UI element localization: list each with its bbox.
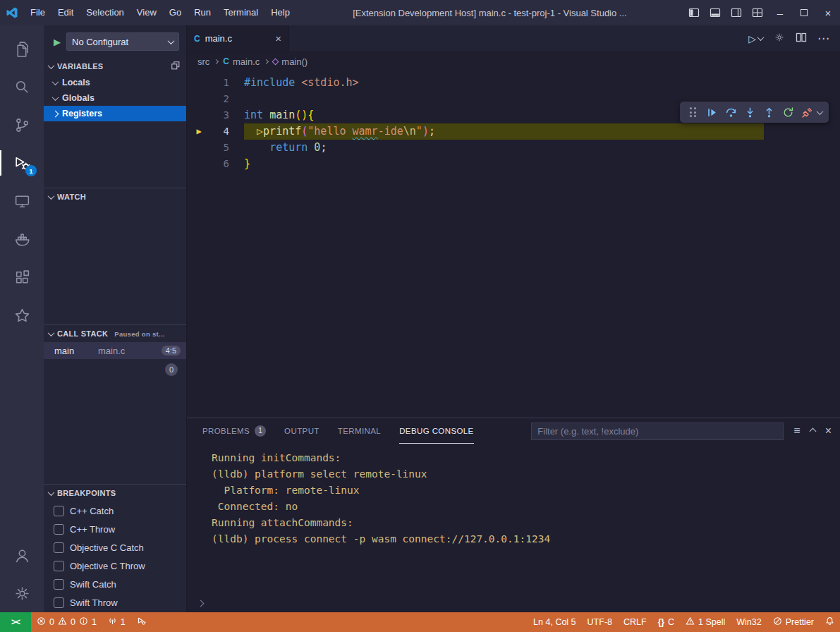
glyph-margin[interactable] (187, 140, 211, 156)
menu-view[interactable]: View (130, 0, 163, 25)
editor-pane[interactable]: 1#include <stdio.h>23int main(){▶4 ▷prin… (187, 71, 840, 418)
star-icon[interactable] (0, 296, 44, 334)
panel-tab-output[interactable]: OUTPUT (284, 418, 319, 444)
run-file-button[interactable]: ▷ (748, 33, 763, 44)
menu-run[interactable]: Run (188, 0, 217, 25)
breakpoint-item-swift-catch[interactable]: Swift Catch (44, 575, 186, 593)
breakpoint-item-swift-throw[interactable]: Swift Throw (44, 593, 186, 612)
variables-section-header[interactable]: VARIABLES (44, 58, 186, 75)
docker-icon[interactable] (0, 220, 44, 258)
breakpoint-item-c-throw[interactable]: C++ Throw (44, 520, 186, 538)
checkbox-unchecked[interactable] (54, 506, 64, 516)
close-button[interactable]: × (816, 0, 840, 25)
toolbar-drag-handle[interactable] (683, 102, 702, 123)
line-number[interactable]: 6 (211, 156, 229, 172)
extensions-icon[interactable] (0, 258, 44, 296)
menu-file[interactable]: File (24, 0, 51, 25)
step-over-icon[interactable] (722, 102, 741, 123)
panel-tab-terminal[interactable]: TERMINAL (338, 418, 381, 444)
console-filter-input[interactable] (531, 423, 784, 440)
glyph-margin[interactable] (187, 156, 211, 172)
notifications-bell[interactable] (820, 612, 840, 632)
ports-status[interactable]: 1 (102, 612, 131, 632)
cursor-position[interactable]: Ln 4, Col 5 (528, 612, 581, 632)
split-editor-icon[interactable] (796, 32, 807, 46)
variables-item-globals[interactable]: Globals (44, 90, 186, 106)
breadcrumb-item-main[interactable]: main() (273, 56, 308, 67)
checkbox-unchecked[interactable] (54, 579, 64, 590)
glyph-margin[interactable] (187, 91, 211, 107)
line-number[interactable]: 1 (211, 75, 229, 91)
toggle-secondary-sidebar-icon[interactable] (726, 0, 747, 25)
console-input[interactable] (187, 594, 840, 612)
breadcrumb-item-src[interactable]: src (197, 56, 209, 67)
menu-go[interactable]: Go (163, 0, 188, 25)
language-mode[interactable]: {} C (652, 612, 680, 632)
collapse-all-icon[interactable] (171, 61, 181, 72)
breadcrumb-item-main-c[interactable]: Cmain.c (223, 56, 260, 67)
maximize-panel-icon[interactable] (809, 427, 816, 435)
menu-edit[interactable]: Edit (51, 0, 80, 25)
step-into-icon[interactable] (741, 102, 760, 123)
explorer-icon[interactable] (0, 30, 44, 68)
code-line-1[interactable]: 1#include <stdio.h> (187, 75, 840, 91)
debug-status[interactable] (131, 612, 152, 632)
checkbox-unchecked[interactable] (54, 542, 64, 553)
platform-status[interactable]: Win32 (731, 612, 767, 632)
tab-main-c[interactable]: Cmain.c× (187, 25, 289, 51)
variables-item-registers[interactable]: Registers (44, 106, 186, 121)
debug-current-line-arrow-icon[interactable]: ▶ (187, 123, 211, 140)
breakpoint-item-objective-c-catch[interactable]: Objective C Catch (44, 538, 186, 557)
glyph-margin[interactable] (187, 75, 211, 91)
panel-tab-debug-console[interactable]: DEBUG CONSOLE (399, 418, 474, 444)
line-number[interactable]: 4 (211, 123, 229, 140)
settings-gear-icon[interactable] (0, 574, 44, 612)
step-out-icon[interactable] (760, 102, 779, 123)
toggle-panel-icon[interactable] (705, 0, 726, 25)
menu-terminal[interactable]: Terminal (217, 0, 264, 25)
encoding-status[interactable]: UTF-8 (582, 612, 618, 632)
close-tab-icon[interactable]: × (275, 32, 281, 44)
checkbox-unchecked[interactable] (54, 561, 64, 571)
start-debug-icon[interactable]: ▶ (54, 37, 61, 47)
spell-status[interactable]: 1 Spell (680, 612, 731, 632)
console-levels-icon[interactable]: ≡ (793, 425, 800, 437)
editor-gear-icon[interactable] (774, 32, 785, 46)
problems-status[interactable]: 0 0 1 (31, 612, 102, 632)
checkbox-unchecked[interactable] (54, 597, 64, 608)
call-stack-frame[interactable]: mainmain.c4:5 (44, 342, 186, 359)
menu-selection[interactable]: Selection (80, 0, 130, 25)
source-control-icon[interactable] (0, 106, 44, 144)
checkbox-unchecked[interactable] (54, 524, 64, 535)
toolbar-chevron-down-icon[interactable] (817, 108, 824, 115)
breakpoints-section-header[interactable]: BREAKPOINTS (44, 485, 186, 502)
toggle-sidebar-icon[interactable] (683, 0, 705, 25)
debug-configuration-dropdown[interactable]: No Configurat (66, 32, 179, 51)
line-number[interactable]: 2 (211, 91, 229, 107)
code-line-6[interactable]: 6} (187, 156, 840, 172)
customize-layout-icon[interactable] (747, 0, 768, 25)
disconnect-icon[interactable] (798, 102, 817, 123)
glyph-margin[interactable] (187, 107, 211, 123)
call-stack-section-header[interactable]: CALL STACK Paused on st... (44, 325, 186, 342)
search-icon[interactable] (0, 68, 44, 106)
line-number[interactable]: 3 (211, 107, 229, 123)
variables-item-locals[interactable]: Locals (44, 75, 186, 90)
continue-icon[interactable] (702, 102, 722, 123)
breakpoint-item-c-catch[interactable]: C++ Catch (44, 502, 186, 520)
close-panel-icon[interactable]: × (825, 425, 832, 437)
line-number[interactable]: 5 (211, 140, 229, 156)
watch-section-header[interactable]: WATCH (44, 188, 186, 205)
run-and-debug-icon[interactable]: 1 (0, 144, 44, 182)
remote-explorer-icon[interactable] (0, 182, 44, 220)
restart-icon[interactable] (779, 102, 798, 123)
remote-indicator[interactable]: >< (0, 612, 31, 632)
menu-help[interactable]: Help (264, 0, 296, 25)
more-actions-icon[interactable]: ⋯ (817, 31, 830, 46)
prettier-status[interactable]: Prettier (767, 612, 820, 632)
maximize-button[interactable] (792, 0, 816, 25)
eol-status[interactable]: CRLF (618, 612, 652, 632)
breakpoint-item-objective-c-throw[interactable]: Objective C Throw (44, 557, 186, 575)
minimize-button[interactable]: – (768, 0, 792, 25)
accounts-icon[interactable] (0, 536, 44, 574)
